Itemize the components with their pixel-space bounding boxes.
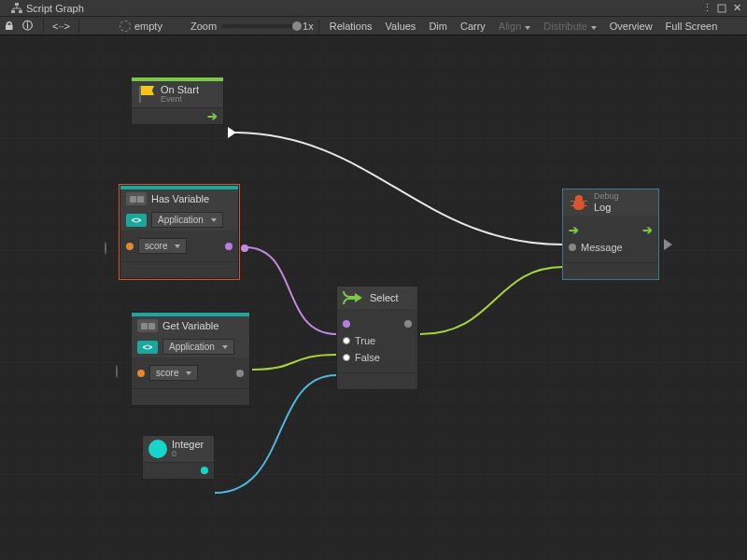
- node-surtitle: Debug: [594, 192, 619, 202]
- window-maximize-icon[interactable]: [715, 2, 728, 15]
- variable-icon: [126, 192, 147, 205]
- flow-out-port[interactable]: ➔: [642, 223, 653, 237]
- node-has-variable[interactable]: Has Variable <> Application score: [120, 185, 239, 279]
- flow-out-port[interactable]: ➔: [207, 109, 218, 123]
- svg-rect-1: [11, 10, 15, 13]
- lock-icon[interactable]: 🔒︎: [4, 20, 15, 33]
- svg-rect-3: [718, 5, 726, 12]
- align-dropdown[interactable]: Align: [493, 19, 536, 34]
- titlebar: Script Graph ⋮ ✕: [0, 0, 747, 17]
- node-title: Get Variable: [162, 320, 218, 331]
- fullscreen-button[interactable]: Full Screen: [660, 19, 724, 34]
- node-on-start[interactable]: On Start Event ➔: [131, 77, 224, 125]
- scope-icon: <>: [137, 341, 158, 354]
- code-icon[interactable]: <··>: [49, 21, 74, 32]
- zoom-label: Zoom: [190, 21, 217, 32]
- window-close-icon[interactable]: ✕: [730, 2, 743, 15]
- true-label: True: [355, 335, 375, 346]
- context-label: empty: [134, 21, 162, 32]
- window-menu-icon[interactable]: ⋮: [700, 2, 713, 15]
- scope-dropdown[interactable]: Application: [151, 212, 223, 228]
- graph-icon: [11, 3, 22, 14]
- true-in-port[interactable]: [343, 337, 350, 344]
- dim-button[interactable]: Dim: [423, 19, 453, 34]
- graph-canvas[interactable]: On Start Event ➔ Has Variable <> Applica…: [0, 35, 747, 560]
- zoom-slider[interactable]: [222, 24, 297, 28]
- integer-type-icon: [148, 440, 167, 458]
- input-port[interactable]: [137, 370, 145, 377]
- flag-event-icon: [137, 86, 156, 103]
- output-port[interactable]: [404, 320, 412, 328]
- input-port[interactable]: [126, 243, 134, 250]
- node-title: Select: [370, 292, 399, 303]
- flow-out-triangle[interactable]: [228, 127, 237, 136]
- window-title: Script Graph: [26, 3, 84, 14]
- false-in-port[interactable]: [343, 354, 350, 361]
- select-merge-icon: [343, 289, 365, 306]
- false-label: False: [355, 352, 380, 363]
- relations-button[interactable]: Relations: [324, 19, 378, 34]
- integer-value: 0: [172, 450, 204, 459]
- empty-icon: [120, 21, 131, 32]
- window-tab[interactable]: Script Graph: [4, 1, 92, 16]
- node-debug-log[interactable]: Debug Log ➔ ➔ Message: [562, 189, 659, 280]
- values-button[interactable]: Values: [380, 19, 422, 34]
- node-title: Has Variable: [151, 193, 209, 204]
- node-subtitle: Event: [161, 95, 199, 105]
- info-icon[interactable]: ⓘ: [17, 17, 38, 35]
- output-port-int[interactable]: [201, 467, 208, 474]
- variable-icon: [137, 319, 158, 332]
- flow-in-port[interactable]: ➔: [569, 223, 579, 237]
- variable-name-dropdown[interactable]: score: [138, 238, 187, 254]
- node-select[interactable]: Select True False: [336, 286, 418, 390]
- scope-icon: <>: [126, 214, 147, 227]
- condition-in-port[interactable]: [343, 320, 350, 328]
- variable-name-dropdown[interactable]: score: [149, 365, 198, 381]
- graph-context-dropdown[interactable]: empty: [114, 19, 168, 34]
- carry-button[interactable]: Carry: [455, 19, 491, 34]
- zoom-value: 1x: [303, 21, 314, 32]
- node-get-variable[interactable]: Get Variable <> Application score: [131, 312, 250, 406]
- svg-rect-2: [19, 10, 22, 13]
- overview-button[interactable]: Overview: [604, 19, 658, 34]
- node-integer[interactable]: Integer 0: [142, 435, 215, 480]
- external-out-port[interactable]: [241, 243, 250, 252]
- external-in-port[interactable]: [105, 243, 114, 252]
- distribute-dropdown[interactable]: Distribute: [538, 19, 601, 34]
- svg-rect-0: [15, 3, 19, 6]
- output-port-bool[interactable]: [225, 243, 233, 250]
- node-title: Integer: [172, 439, 204, 450]
- message-label: Message: [581, 242, 623, 253]
- flow-out-triangle[interactable]: [664, 239, 673, 248]
- scope-dropdown[interactable]: Application: [162, 339, 234, 355]
- toolbar: 🔒︎ ⓘ <··> empty Zoom 1x Relations Values…: [0, 17, 747, 35]
- bug-icon: [569, 193, 589, 212]
- node-title: Log: [594, 202, 619, 213]
- message-in-port[interactable]: [569, 244, 576, 251]
- output-port-value[interactable]: [236, 370, 244, 377]
- external-in-port[interactable]: [116, 366, 125, 375]
